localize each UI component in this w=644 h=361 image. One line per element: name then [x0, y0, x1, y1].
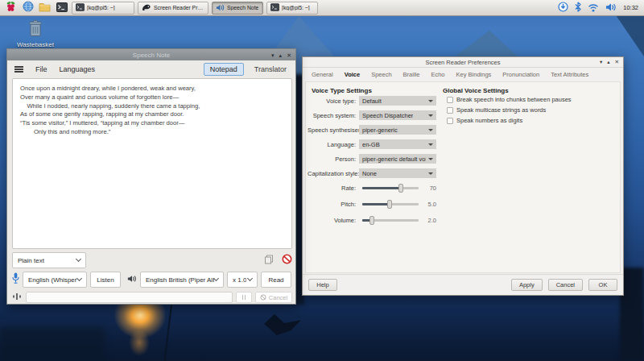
speech-note-titlebar[interactable]: Speech Note ▾ ▴ ✕ — [7, 49, 295, 60]
close-icon[interactable]: ✕ — [615, 60, 619, 65]
ok-button[interactable]: OK — [588, 279, 617, 291]
speech-note-window: Speech Note ▾ ▴ ✕ File Languages Notepad… — [6, 48, 296, 305]
field-label: Speech synthesiser: — [308, 127, 359, 134]
chevron-down-icon — [428, 158, 433, 160]
taskbar-window-terminal-1[interactable]: [kg@pi5: ~] — [72, 2, 134, 15]
screen-reader-preferences-window: Screen Reader Preferences ▾ ▴ ✕ General … — [302, 56, 624, 296]
taskbar-window-label: Speech Note — [227, 5, 258, 10]
tab-voice[interactable]: Voice — [339, 71, 365, 78]
tab-pronunciation[interactable]: Pronunciation — [497, 71, 545, 78]
trash-icon — [27, 26, 43, 39]
wallpaper-bird-silhouette — [264, 314, 301, 335]
text-format-select[interactable]: Plain text — [12, 252, 86, 268]
volume-label: Volume: — [308, 217, 359, 224]
maximize-icon[interactable]: ▴ — [607, 60, 609, 65]
pause-button[interactable] — [236, 292, 252, 303]
volume-slider[interactable] — [362, 216, 419, 225]
editor-line: “Tis some visitor,” I muttered, “tapping… — [20, 119, 284, 128]
clock[interactable]: 10:32 — [623, 4, 638, 11]
maximize-icon[interactable]: ▴ — [279, 52, 283, 58]
rate-value: 70 — [430, 185, 436, 192]
tab-general[interactable]: General — [306, 71, 339, 78]
tab-echo[interactable]: Echo — [425, 71, 450, 78]
tab-text-attributes[interactable]: Text Attributes — [545, 71, 594, 78]
web-browser-launcher[interactable] — [21, 2, 35, 15]
updates-icon[interactable] — [558, 1, 568, 15]
multicase-row: Speak multicase strings as words — [447, 106, 572, 114]
person-select[interactable]: piper-generic default voice — [359, 154, 436, 164]
notepad-text-area[interactable]: Once upon a midnight dreary, while I pon… — [12, 78, 292, 249]
wastebasket-desktop-icon[interactable]: Wastebasket — [13, 19, 58, 48]
orca-icon — [142, 3, 151, 12]
tab-speech[interactable]: Speech — [365, 71, 397, 78]
slider-thumb[interactable] — [369, 216, 374, 225]
taskbar-window-label: Screen Reader Prefer... — [154, 5, 204, 10]
listen-button[interactable]: Listen — [90, 272, 121, 288]
playback-progress-bar[interactable] — [26, 292, 233, 303]
taskbar-window-speech-note[interactable]: Speech Note — [212, 2, 263, 15]
wifi-icon[interactable] — [588, 1, 599, 15]
slider-thumb[interactable] — [387, 200, 392, 209]
menu-languages[interactable]: Languages — [60, 65, 96, 73]
volume-icon[interactable] — [605, 1, 617, 15]
language-select[interactable]: en-GB — [359, 139, 436, 149]
minimize-icon[interactable]: ▾ — [600, 60, 602, 65]
voice-type-row: Voice type: Default — [308, 96, 436, 106]
taskbar: [kg@pi5: ~] Screen Reader Prefer... Spee… — [0, 0, 644, 16]
voice-type-fields: Voice type: Default Speech system: Speec… — [308, 96, 436, 183]
help-button[interactable]: Help — [308, 279, 337, 291]
volume-slider-row: Volume: 2.0 — [308, 216, 436, 225]
taskbar-window-screen-reader[interactable]: Screen Reader Prefer... — [138, 2, 208, 15]
speech-synthesiser-select[interactable]: piper-generic — [359, 125, 436, 135]
language-row: Language: en-GB — [308, 139, 436, 149]
copy-icon[interactable] — [264, 253, 274, 268]
system-tray: 10:32 — [558, 1, 640, 15]
speech-system-select[interactable]: Speech Dispatcher — [359, 110, 436, 120]
bluetooth-icon[interactable] — [575, 1, 581, 15]
pitch-slider[interactable] — [362, 200, 419, 209]
speech-note-menubar: File Languages Notepad Translator — [7, 60, 295, 78]
pitch-label: Pitch: — [308, 201, 359, 208]
stt-language-select[interactable]: English (Whisper Sr — [23, 272, 87, 288]
tab-braille[interactable]: Braille — [398, 71, 426, 78]
numbers-as-digits-checkbox[interactable] — [447, 118, 453, 124]
multicase-checkbox[interactable] — [447, 107, 453, 114]
close-icon[interactable]: ✕ — [287, 52, 291, 58]
minimize-icon[interactable]: ▾ — [271, 52, 275, 58]
srp-titlebar[interactable]: Screen Reader Preferences ▾ ▴ ✕ — [303, 57, 623, 68]
slider-thumb[interactable] — [398, 184, 403, 193]
break-speech-checkbox[interactable] — [447, 97, 453, 103]
cancel-button[interactable]: Cancel — [548, 279, 583, 291]
no-entry-icon — [260, 294, 266, 301]
tab-notepad[interactable]: Notepad — [204, 63, 244, 76]
microphone-icon — [12, 272, 19, 287]
numbers-as-digits-row: Speak numbers as digits — [447, 117, 572, 124]
editor-line: Over many a quaint and curious volume of… — [20, 93, 284, 102]
speed-select[interactable]: x 1.0 — [227, 272, 258, 288]
taskbar-window-terminal-2[interactable]: [kg@pi5: ~] — [266, 2, 318, 15]
apply-button[interactable]: Apply — [511, 279, 543, 291]
tts-voice-select[interactable]: English British (Piper Alba Mec — [140, 272, 224, 288]
read-button[interactable]: Read — [261, 272, 291, 288]
person-row: Person: piper-generic default voice — [308, 154, 436, 164]
hamburger-menu-icon[interactable] — [14, 66, 23, 73]
wastebasket-label: Wastebasket — [13, 41, 58, 48]
voice-type-sliders: Rate: 70 Pitch: 5.0 Volume: 2.0 — [308, 184, 436, 232]
tab-key-bindings[interactable]: Key Bindings — [451, 71, 497, 78]
menu-file[interactable]: File — [35, 65, 47, 73]
chevron-down-icon — [247, 276, 253, 281]
file-manager-launcher[interactable] — [38, 2, 52, 15]
tab-translator[interactable]: Translator — [253, 64, 288, 75]
voice-type-select[interactable]: Default — [359, 96, 436, 106]
capitalization-style-row: Capitalization style: None — [308, 168, 436, 178]
terminal-icon — [56, 1, 68, 15]
chevron-down-icon — [428, 172, 433, 175]
cancel-playback-button[interactable]: Cancel — [255, 292, 292, 303]
terminal-launcher[interactable] — [55, 2, 68, 15]
speaker-icon — [127, 272, 137, 287]
capitalization-style-select[interactable]: None — [359, 168, 436, 178]
applications-menu-button[interactable] — [4, 2, 18, 15]
desktop: [kg@pi5: ~] Screen Reader Prefer... Spee… — [0, 0, 644, 361]
discard-icon[interactable] — [282, 253, 292, 268]
rate-slider[interactable] — [362, 184, 419, 193]
